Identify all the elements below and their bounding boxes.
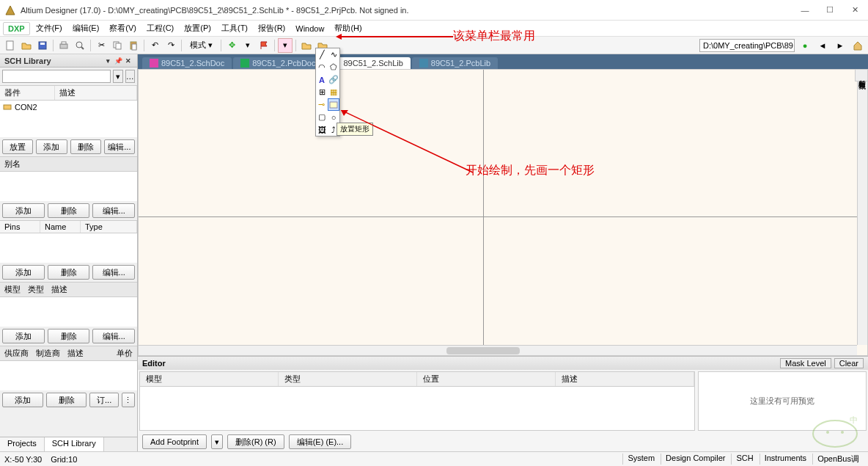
- save-icon[interactable]: [35, 38, 50, 53]
- place-dropdown-icon[interactable]: ▾: [278, 38, 293, 53]
- clear-button[interactable]: Clear: [834, 358, 864, 368]
- menu-window[interactable]: Window: [291, 23, 328, 34]
- vertical-scrollbar[interactable]: [857, 70, 867, 345]
- menu-project[interactable]: 工程(C): [142, 21, 178, 35]
- redo-icon[interactable]: ↷: [163, 38, 178, 53]
- dxp-button[interactable]: DXP: [3, 22, 30, 35]
- list-item[interactable]: CON2: [3, 102, 134, 112]
- cut-icon[interactable]: ✂: [94, 38, 108, 53]
- horizontal-scrollbar[interactable]: [139, 345, 857, 355]
- menu-report[interactable]: 报告(R): [254, 21, 290, 35]
- open-icon[interactable]: [19, 38, 34, 53]
- pins-edit-button[interactable]: 编辑...: [92, 265, 135, 280]
- tab-projects[interactable]: Projects: [0, 437, 45, 451]
- link-icon[interactable]: 🔗: [328, 73, 339, 86]
- supplier-order-button[interactable]: 订...: [89, 393, 119, 407]
- search-dropdown-icon[interactable]: ▾: [113, 70, 123, 83]
- tab-schlibrary[interactable]: SCH Library: [45, 437, 104, 451]
- menu-edit[interactable]: 编辑(E): [68, 21, 104, 35]
- add-footprint-button[interactable]: Add Footprint: [142, 434, 207, 449]
- tab-schdoc[interactable]: 89C51_2.SchDoc: [142, 57, 232, 69]
- polyline-icon[interactable]: ∿: [328, 48, 339, 61]
- flag-icon[interactable]: [257, 38, 271, 53]
- col-desc[interactable]: 描述: [55, 86, 137, 100]
- schematic-canvas[interactable]: [138, 69, 868, 356]
- alias-add-button[interactable]: 添加: [2, 203, 45, 218]
- add-button[interactable]: 添加: [36, 139, 67, 154]
- panel-close-icon[interactable]: ✕: [124, 57, 133, 65]
- text-icon[interactable]: A: [316, 73, 328, 86]
- status-sch[interactable]: SCH: [731, 454, 757, 465]
- menu-tools[interactable]: 工具(T): [217, 21, 252, 35]
- vertical-tab[interactable]: 剪贴板 收藏: [855, 69, 868, 81]
- delete-button[interactable]: 删除: [70, 139, 101, 154]
- tool-icon[interactable]: ▾: [240, 38, 255, 53]
- search-more-icon[interactable]: …: [125, 70, 136, 83]
- add-footprint-dropdown[interactable]: ▾: [211, 434, 223, 449]
- move-icon[interactable]: ✥: [224, 38, 239, 53]
- status-openbus[interactable]: OpenBus调: [812, 454, 864, 465]
- model-edit-button[interactable]: 编辑...: [92, 329, 135, 343]
- ic-icon[interactable]: ▦: [328, 86, 339, 98]
- status-design-compiler[interactable]: Design Compiler: [661, 454, 729, 465]
- supplier-add-button[interactable]: 添加: [2, 393, 43, 407]
- mask-level-button[interactable]: Mask Level: [780, 358, 831, 368]
- pins-list[interactable]: [0, 233, 137, 263]
- supplier-list[interactable]: [0, 361, 137, 390]
- line-icon[interactable]: ╱: [316, 48, 328, 61]
- pins-delete-button[interactable]: 删除: [48, 265, 90, 280]
- image-icon[interactable]: 🖼: [316, 123, 328, 136]
- alias-edit-button[interactable]: 编辑...: [92, 203, 135, 218]
- delete-footprint-button[interactable]: 删除(R) (R): [227, 434, 284, 449]
- print-icon[interactable]: [56, 38, 71, 53]
- col-description[interactable]: 描述: [556, 372, 694, 386]
- alias-list[interactable]: [0, 172, 137, 201]
- tab-pcbdoc[interactable]: 89C51_2.PcbDoc: [233, 57, 323, 69]
- supplier-more-button[interactable]: ⋮: [122, 393, 135, 407]
- panel-dropdown-icon[interactable]: ▾: [103, 57, 112, 65]
- rectangle-icon[interactable]: [328, 98, 339, 111]
- col-position[interactable]: 位置: [417, 372, 556, 386]
- nav-fwd-icon[interactable]: ►: [833, 38, 847, 53]
- ellipse-icon[interactable]: ○: [328, 111, 339, 123]
- maximize-button[interactable]: ☐: [824, 4, 836, 16]
- minimize-button[interactable]: —: [799, 4, 811, 16]
- menu-place[interactable]: 放置(P): [180, 21, 216, 35]
- edit-button[interactable]: 编辑...: [104, 139, 135, 154]
- place-button[interactable]: 放置: [2, 139, 33, 154]
- tab-pcblib[interactable]: 89C51_2.PcbLib: [412, 57, 498, 69]
- nav-back-icon[interactable]: ◄: [815, 38, 830, 53]
- model-list[interactable]: [0, 297, 137, 327]
- zoom-icon[interactable]: [73, 38, 87, 53]
- col-model[interactable]: 模型: [140, 372, 279, 386]
- roundrect-icon[interactable]: ▢: [316, 111, 328, 123]
- polygon-icon[interactable]: ⬠: [328, 61, 339, 73]
- paste-icon[interactable]: [126, 38, 141, 53]
- panel-pin-icon[interactable]: 📌: [114, 57, 122, 65]
- close-button[interactable]: ✕: [849, 4, 861, 16]
- model-add-button[interactable]: 添加: [2, 329, 45, 343]
- grid-icon[interactable]: ⊞: [316, 86, 328, 98]
- mode-button[interactable]: 模式 ▾: [185, 38, 218, 53]
- col-name[interactable]: Name: [40, 221, 81, 233]
- arc-icon[interactable]: ◠: [316, 61, 328, 73]
- col-type[interactable]: 类型: [279, 372, 417, 386]
- editor-table[interactable]: 模型 类型 位置 描述: [139, 371, 695, 431]
- undo-icon[interactable]: ↶: [147, 38, 162, 53]
- copy-icon[interactable]: [110, 38, 125, 53]
- home-icon[interactable]: [850, 38, 865, 53]
- nav-go-icon[interactable]: ●: [798, 38, 812, 53]
- path-box[interactable]: D:\0MY_creating\PCB\89: [699, 39, 795, 52]
- edit-footprint-button[interactable]: 编辑(E) (E)...: [289, 434, 352, 449]
- pin-icon[interactable]: ⊸: [316, 98, 328, 111]
- menu-view[interactable]: 察看(V): [105, 21, 141, 35]
- col-pins[interactable]: Pins: [0, 221, 40, 233]
- alias-delete-button[interactable]: 删除: [48, 203, 90, 218]
- model-delete-button[interactable]: 删除: [48, 329, 90, 343]
- component-list[interactable]: CON2: [0, 101, 137, 137]
- pins-add-button[interactable]: 添加: [2, 265, 45, 280]
- col-type[interactable]: Type: [81, 221, 137, 233]
- search-input[interactable]: [2, 70, 111, 83]
- status-instruments[interactable]: Instruments: [760, 454, 811, 465]
- menu-file[interactable]: 文件(F): [32, 21, 67, 35]
